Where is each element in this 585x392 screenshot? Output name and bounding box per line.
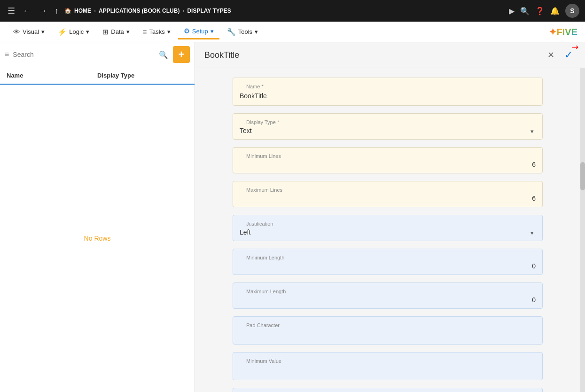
breadcrumb: 🏠 HOME › APPLICATIONS (BOOK CLUB) › DISP… (64, 8, 505, 14)
logic-dropdown-icon: ▾ (86, 28, 89, 35)
five-logo: ✦FIVE (549, 27, 577, 37)
display-type-wrapper: Display Type * Text Number Date Boolean … (233, 113, 543, 140)
name-field-group: Name * (233, 78, 543, 106)
main-layout: ≡ 🔍 + Name Display Type No Rows BookTitl… (0, 42, 585, 392)
max-length-label: Maximum Length (240, 286, 536, 295)
min-value-input[interactable] (240, 366, 536, 373)
arrow-indicator: ↙ (569, 42, 581, 54)
top-navbar: ☰ ← → ↑ 🏠 HOME › APPLICATIONS (BOOK CLUB… (0, 0, 585, 22)
menu-logic-label: Logic (69, 28, 84, 35)
search-input[interactable] (13, 51, 154, 58)
column-display-header: Display Type (97, 72, 188, 79)
menu-tools-label: Tools (238, 28, 252, 35)
display-type-label: Display Type * (240, 117, 536, 126)
max-lines-label: Maximum Lines (240, 184, 536, 194)
search-bar: ≡ 🔍 + (0, 42, 195, 67)
menu-data-label: Data (111, 28, 124, 35)
menu-setup[interactable]: ⚙ Setup ▾ (178, 24, 219, 39)
play-icon[interactable]: ▶ (509, 7, 515, 16)
five-logo-container: ✦FIVE (549, 26, 577, 38)
up-icon[interactable]: ↑ (53, 4, 61, 18)
min-length-field-group: Minimum Length (233, 249, 543, 275)
min-lines-input[interactable] (240, 161, 536, 168)
column-name-header: Name (7, 72, 97, 79)
menu-tasks-label: Tasks (149, 28, 165, 35)
menu-setup-label: Setup (192, 28, 208, 35)
data-dropdown-icon: ▾ (126, 28, 130, 35)
tasks-icon: ≡ (143, 28, 147, 36)
breadcrumb-sep1: › (94, 8, 96, 14)
right-panel: BookTitle ✕ ✓ ↙ Name * (195, 42, 585, 392)
close-button[interactable]: ✕ (544, 48, 558, 62)
min-length-wrapper: Minimum Length (233, 249, 543, 275)
max-value-wrapper: Maximum Value (233, 388, 543, 392)
forward-icon[interactable]: → (37, 4, 49, 18)
max-length-input[interactable] (240, 296, 536, 304)
justification-select[interactable]: Left Center Right (240, 228, 536, 236)
tools-icon: 🔧 (227, 28, 236, 36)
min-length-label: Minimum Length (240, 252, 536, 261)
add-button[interactable]: + (173, 46, 190, 63)
visual-dropdown-icon: ▾ (41, 28, 45, 35)
min-lines-label: Minimum Lines (240, 150, 536, 160)
eye-icon: 👁 (13, 28, 20, 36)
help-icon[interactable]: ❓ (535, 7, 545, 16)
filter-icon[interactable]: ≡ (5, 50, 9, 59)
tasks-dropdown-icon: ▾ (167, 28, 171, 35)
setup-icon: ⚙ (184, 27, 190, 35)
scrollbar-container: Name * Display Type * Text Number (195, 68, 585, 392)
form-body: Name * Display Type * Text Number (195, 68, 580, 392)
menu-tools[interactable]: 🔧 Tools ▾ (221, 25, 264, 39)
no-rows-message: No Rows (0, 85, 195, 392)
menu-bar: 👁 Visual ▾ ⚡ Logic ▾ ⊞ Data ▾ ≡ Tasks ▾ … (0, 22, 585, 42)
max-length-wrapper: Maximum Length (233, 282, 543, 309)
min-lines-field-group: Minimum Lines (233, 147, 543, 173)
table-header: Name Display Type (0, 67, 195, 85)
name-input[interactable] (240, 92, 536, 100)
name-label: Name * (240, 81, 536, 90)
breadcrumb-home[interactable]: HOME (74, 8, 91, 14)
justification-label: Justification (240, 218, 536, 227)
max-lines-field-group: Maximum Lines (233, 181, 543, 207)
search-nav-icon[interactable]: 🔍 (520, 7, 530, 16)
form-header: BookTitle ✕ ✓ ↙ (195, 42, 585, 68)
max-lines-input[interactable] (240, 195, 536, 202)
search-icon[interactable]: 🔍 (158, 49, 169, 60)
setup-dropdown-icon: ▾ (211, 28, 214, 35)
scroll-thumb[interactable] (580, 162, 585, 190)
breadcrumb-page[interactable]: DISPLAY TYPES (187, 8, 231, 14)
display-type-select[interactable]: Text Number Date Boolean (240, 127, 536, 134)
display-type-field-group: Display Type * Text Number Date Boolean … (233, 113, 543, 140)
pad-char-input[interactable] (240, 330, 536, 337)
name-field-wrapper: Name * (233, 78, 543, 106)
justification-field-group: Justification Left Center Right ▾ (233, 215, 543, 241)
pad-char-label: Pad Character (240, 320, 536, 329)
menu-tasks[interactable]: ≡ Tasks ▾ (137, 25, 176, 39)
min-length-input[interactable] (240, 262, 536, 270)
save-button[interactable]: ✓ ↙ (562, 48, 576, 62)
menu-icon[interactable]: ☰ (6, 4, 17, 18)
menu-visual[interactable]: 👁 Visual ▾ (8, 25, 50, 39)
user-avatar[interactable]: S (565, 4, 579, 18)
max-value-field-group: Maximum Value (233, 388, 543, 392)
notification-icon[interactable]: 🔔 (550, 7, 560, 16)
menu-logic[interactable]: ⚡ Logic ▾ (52, 25, 95, 39)
scrollbar[interactable] (580, 68, 585, 392)
min-value-wrapper: Minimum Value (233, 352, 543, 380)
logic-icon: ⚡ (58, 28, 67, 36)
pad-char-field-group: Pad Character (233, 316, 543, 345)
breadcrumb-sep2: › (182, 8, 184, 14)
max-length-field-group: Maximum Length (233, 282, 543, 309)
form-title: BookTitle (204, 50, 239, 60)
max-lines-wrapper: Maximum Lines (233, 181, 543, 207)
top-nav-right: ▶ 🔍 ❓ 🔔 S (509, 4, 579, 18)
data-icon: ⊞ (102, 28, 109, 36)
form-actions: ✕ ✓ ↙ (544, 48, 576, 62)
min-lines-wrapper: Minimum Lines (233, 147, 543, 173)
left-panel: ≡ 🔍 + Name Display Type No Rows (0, 42, 195, 392)
breadcrumb-app[interactable]: APPLICATIONS (BOOK CLUB) (99, 8, 179, 14)
menu-data[interactable]: ⊞ Data ▾ (97, 25, 135, 39)
back-icon[interactable]: ← (21, 4, 33, 18)
pad-char-wrapper: Pad Character (233, 316, 543, 345)
min-value-label: Minimum Value (240, 355, 536, 365)
